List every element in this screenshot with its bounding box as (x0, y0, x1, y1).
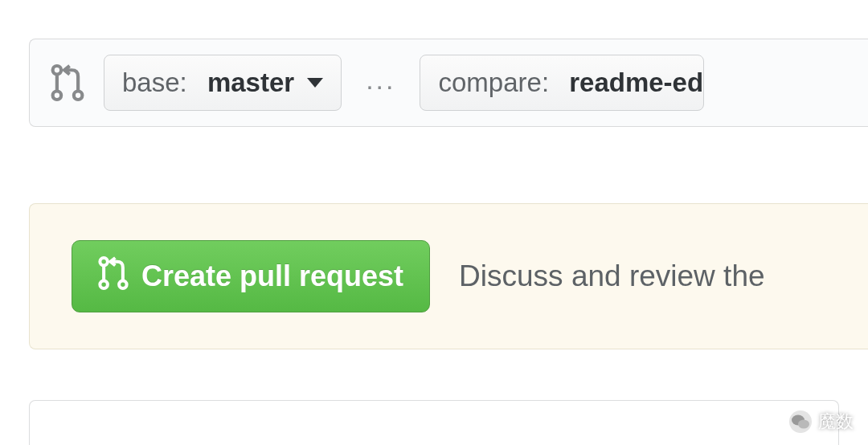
wechat-icon (789, 410, 812, 433)
watermark-text: 魔数 (818, 410, 854, 434)
svg-point-1 (53, 92, 62, 100)
base-branch-label: base: (122, 67, 187, 98)
compare-branch-select[interactable]: compare: readme-ed (420, 55, 704, 111)
create-pull-request-label: Create pull request (141, 259, 403, 293)
git-pull-request-icon (98, 255, 129, 298)
watermark: 魔数 (789, 410, 854, 434)
content-box (29, 400, 839, 445)
svg-point-4 (100, 280, 108, 288)
pull-request-description: Discuss and review the (459, 259, 764, 293)
pull-request-panel: Create pull request Discuss and review t… (29, 203, 868, 349)
svg-point-0 (53, 66, 62, 75)
svg-point-2 (74, 92, 83, 100)
base-branch-select[interactable]: base: master (104, 55, 342, 111)
compare-branches-bar: base: master ... compare: readme-ed (29, 39, 868, 127)
svg-point-5 (119, 280, 127, 288)
svg-point-3 (100, 258, 108, 266)
git-compare-icon (51, 63, 84, 102)
compare-branch-value: readme-ed (569, 67, 703, 98)
base-branch-value: master (207, 67, 294, 98)
chevron-down-icon (307, 78, 323, 88)
compare-separator: ... (361, 64, 400, 102)
create-pull-request-button[interactable]: Create pull request (72, 240, 430, 312)
compare-branch-label: compare: (438, 67, 549, 98)
svg-point-7 (798, 420, 809, 429)
